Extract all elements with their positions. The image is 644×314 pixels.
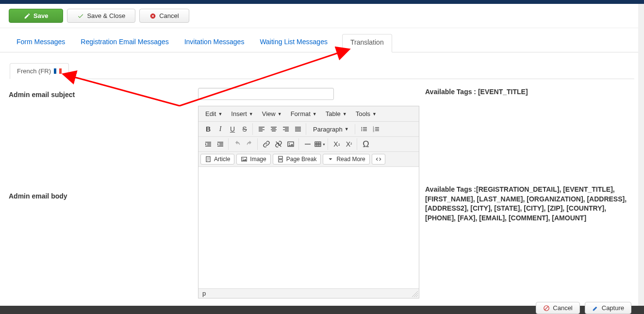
caret-icon: ▼ [322, 143, 326, 146]
scrollbar[interactable] [638, 4, 644, 298]
editor-toolbar-formatting: B I U S Paragraph▼ [198, 122, 419, 137]
table-button[interactable]: ▼ [314, 138, 326, 150]
menu-tools[interactable]: Tools▼ [352, 108, 380, 119]
special-char-button[interactable]: Ω [360, 138, 372, 150]
save-button[interactable]: Save [9, 9, 63, 23]
align-center-button[interactable] [268, 123, 280, 135]
svg-point-2 [361, 129, 362, 130]
save-close-button[interactable]: Save & Close [67, 9, 135, 23]
svg-rect-13 [279, 156, 282, 159]
align-justify-button[interactable] [292, 123, 304, 135]
cancel-icon [149, 13, 156, 19]
image-button[interactable] [285, 138, 297, 150]
tab-waiting-list-messages[interactable]: Waiting List Messages [259, 34, 329, 52]
indent-button[interactable] [215, 138, 226, 150]
label-admin-email-subject: Admin email subject [9, 88, 198, 100]
editor-status-bar: p [198, 288, 419, 298]
pagebreak-button[interactable]: Page Break [273, 154, 321, 165]
svg-point-12 [243, 158, 244, 159]
italic-button[interactable]: I [215, 123, 226, 135]
image-insert-button[interactable]: Image [236, 154, 270, 165]
menu-insert[interactable]: Insert▼ [227, 108, 257, 119]
outdent-button[interactable] [202, 138, 214, 150]
editor-menubar: Edit▼ Insert▼ View▼ Format▼ Table▼ Tools… [198, 106, 419, 122]
image-icon [241, 156, 248, 163]
caret-icon: ▼ [278, 112, 282, 116]
editor-toolbar-insert: ▼ X₂ X² Ω [198, 137, 419, 152]
menu-view[interactable]: View▼ [258, 108, 286, 119]
chevron-down-icon [327, 156, 334, 163]
editor-content-area[interactable] [198, 167, 419, 288]
svg-text:3: 3 [373, 130, 374, 132]
bold-button[interactable]: B [202, 123, 214, 135]
editor-path: p [202, 290, 206, 297]
article-button[interactable]: Article [200, 154, 234, 165]
menu-table[interactable]: Table▼ [322, 108, 351, 119]
action-bar: Save Save & Close Cancel [0, 4, 644, 28]
strike-button[interactable]: S [239, 123, 250, 135]
cancel-label: Cancel [159, 12, 179, 19]
superscript-button[interactable]: X² [343, 138, 355, 150]
caret-icon: ▼ [249, 112, 253, 116]
link-button[interactable] [261, 138, 272, 150]
label-admin-email-body: Admin email body [9, 100, 198, 298]
row-body: Admin email body Edit▼ Insert▼ View▼ For… [0, 100, 644, 298]
svg-rect-14 [279, 160, 282, 162]
save-close-label: Save & Close [87, 12, 125, 19]
main-tabs: Form Messages Registration Email Message… [0, 28, 644, 52]
tab-form-messages[interactable]: Form Messages [16, 34, 66, 52]
svg-rect-9 [315, 142, 321, 146]
caret-icon: ▼ [218, 112, 222, 116]
caret-icon: ▼ [372, 112, 377, 116]
resize-grip-icon[interactable] [412, 291, 418, 297]
rich-text-editor: Edit▼ Insert▼ View▼ Format▼ Table▼ Tools… [198, 106, 419, 298]
hr-button[interactable] [302, 138, 314, 150]
unlink-button[interactable] [273, 138, 284, 150]
available-tags-body: Available Tags :[REGISTRATION_DETAIL], [… [421, 100, 635, 298]
underline-button[interactable]: U [227, 123, 238, 135]
code-icon [375, 156, 382, 163]
subscript-button[interactable]: X₂ [331, 138, 343, 150]
check-icon [77, 13, 84, 19]
svg-point-3 [361, 130, 362, 131]
pagebreak-icon [277, 156, 284, 163]
editor-button-bar: Article Image Page Break Read More [198, 152, 419, 167]
caret-icon: ▼ [343, 112, 347, 116]
menu-edit[interactable]: Edit▼ [201, 108, 226, 119]
row-subject: Admin email subject Available Tags : [EV… [0, 79, 644, 100]
align-left-button[interactable] [256, 123, 267, 135]
tab-invitation-messages[interactable]: Invitation Messages [183, 34, 246, 52]
lang-tab-french[interactable]: French (FR) [10, 63, 69, 79]
flag-fr-icon [54, 68, 62, 74]
menu-format[interactable]: Format▼ [287, 108, 321, 119]
available-tags-subject: Available Tags : [EVENT_TITLE] [421, 88, 635, 100]
pencil-icon [24, 13, 31, 19]
language-tabs: French (FR) [10, 63, 634, 79]
admin-email-subject-input[interactable] [198, 88, 334, 100]
numbered-list-button[interactable]: 123 [370, 123, 382, 135]
tab-translation[interactable]: Translation [342, 34, 392, 52]
save-button-label: Save [33, 12, 48, 19]
caret-icon: ▼ [313, 112, 317, 116]
readmore-button[interactable]: Read More [323, 154, 369, 165]
bullet-list-button[interactable] [358, 123, 370, 135]
svg-point-1 [361, 127, 362, 128]
svg-point-8 [289, 143, 290, 144]
undo-button[interactable] [231, 138, 243, 150]
app-header-bar [0, 0, 644, 4]
article-icon [205, 156, 212, 163]
lang-tab-label: French (FR) [17, 67, 51, 75]
redo-button[interactable] [244, 138, 255, 150]
toggle-code-button[interactable] [372, 154, 385, 165]
cancel-button[interactable]: Cancel [139, 9, 189, 23]
caret-icon: ▼ [345, 127, 349, 132]
tab-registration-email-messages[interactable]: Registration Email Messages [80, 34, 169, 52]
align-right-button[interactable] [280, 123, 292, 135]
paragraph-select[interactable]: Paragraph▼ [309, 124, 353, 134]
